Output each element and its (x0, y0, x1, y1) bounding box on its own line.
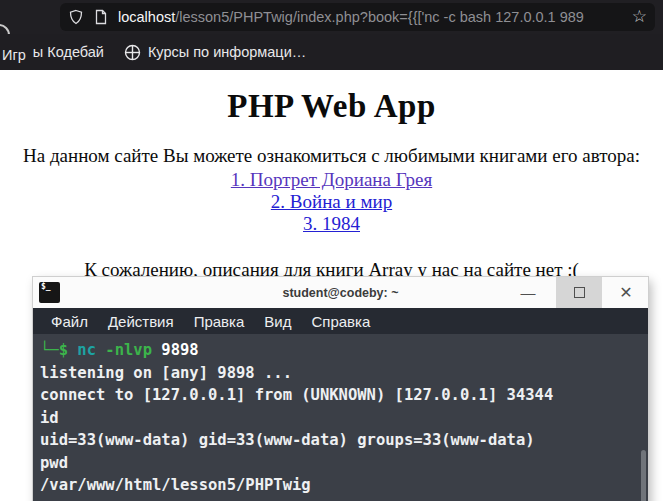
bookmark-label-part: ы Кодебай (33, 44, 104, 60)
bookmark-star-icon[interactable]: ☆ (632, 7, 647, 27)
menu-actions[interactable]: Действия (98, 313, 184, 330)
terminal-line: pwd (40, 452, 640, 475)
minimize-button[interactable]: — (508, 277, 548, 308)
bookmark-label: Курсы по информаци… (148, 44, 306, 60)
url-text[interactable]: localhost/lesson5/PHPTwig/index.php?book… (118, 9, 647, 25)
command-args: -nlvp (105, 341, 161, 359)
shield-icon[interactable] (68, 9, 84, 25)
book-link-1984[interactable]: 3. 1984 (0, 213, 663, 235)
url-host: localhost (118, 9, 175, 25)
menu-file[interactable]: Файл (41, 313, 98, 330)
menu-help[interactable]: Справка (301, 313, 380, 330)
url-path: /lesson5/PHPTwig/index.php?book={{['nc -… (175, 9, 584, 25)
terminal-line: connect to [127.0.0.1] from (UNKNOWN) [1… (40, 384, 640, 407)
intro-text: На данном сайте Вы можете ознакомиться с… (0, 145, 663, 167)
terminal-titlebar[interactable]: $_ student@codeby: ~ — ✕ (33, 277, 648, 308)
shell-prompt: └─$ (40, 341, 77, 359)
terminal-line: uid=33(www-data) gid=33(www-data) groups… (40, 429, 640, 452)
url-bar[interactable]: localhost/lesson5/PHPTwig/index.php?book… (60, 3, 655, 31)
browser-toolbar: localhost/lesson5/PHPTwig/index.php?book… (0, 0, 663, 34)
terminal-line: id (40, 407, 640, 430)
terminal-line: /var/www/html/lesson5/PHPTwig (40, 474, 640, 497)
terminal-app-icon: $_ (39, 282, 60, 303)
command-port: 9898 (161, 341, 198, 359)
bookmark-label-part: Игр (2, 47, 26, 63)
menu-view[interactable]: Вид (254, 313, 301, 330)
bookmark-item-courses[interactable]: Курсы по информаци… (114, 34, 316, 70)
terminal-window: $_ student@codeby: ~ — ✕ Файл Действия П… (33, 277, 648, 501)
command-nc: nc (77, 341, 105, 359)
terminal-output-area[interactable]: └─$ nc -nlvp 9898 listening on [any] 989… (33, 334, 648, 501)
book-link-dorian-gray[interactable]: 1. Портрет Дориана Грея (0, 169, 663, 191)
bookmark-item-games[interactable]: Игры Кодебай (0, 34, 114, 70)
page-info-icon[interactable] (93, 9, 109, 25)
terminal-scrollbar-thumb[interactable] (641, 450, 646, 501)
terminal-line: listening on [any] 9898 ... (40, 362, 640, 385)
terminal-line: ^C (40, 497, 640, 501)
book-link-war-and-peace[interactable]: 2. Война и мир (0, 191, 663, 213)
maximize-button[interactable] (556, 277, 602, 308)
screen: localhost/lesson5/PHPTwig/index.php?book… (0, 0, 663, 501)
globe-icon (124, 44, 141, 61)
close-button[interactable]: ✕ (606, 277, 646, 308)
page-title: PHP Web App (0, 88, 663, 125)
maximize-icon (574, 287, 585, 298)
menu-edit[interactable]: Правка (184, 313, 255, 330)
terminal-prompt-line: └─$ nc -nlvp 9898 (40, 339, 640, 362)
terminal-menubar: Файл Действия Правка Вид Справка (33, 308, 648, 334)
bookmarks-bar: Игры Кодебай Курсы по информаци… (0, 34, 663, 70)
